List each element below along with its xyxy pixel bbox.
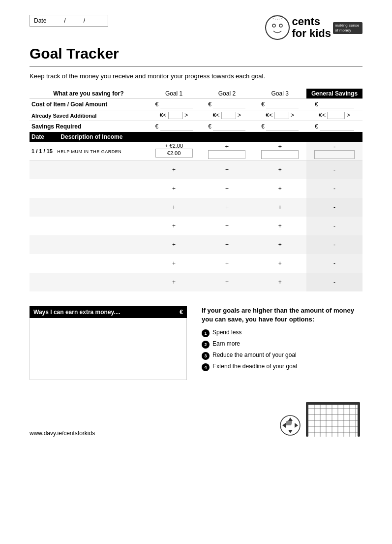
cost-row: Cost of Item / Goal Amount € € € € bbox=[30, 99, 362, 110]
intro-text: Keep track of the money you receive and … bbox=[30, 72, 362, 80]
entry-row-4: + + + - bbox=[30, 198, 362, 217]
option-1-text: Spend less bbox=[212, 329, 241, 336]
website-url: www.davy.ie/centsforkids bbox=[30, 430, 95, 437]
option-3-text: Reduce the amount of your goal bbox=[212, 352, 297, 358]
entry4-g3-plus: + bbox=[278, 204, 282, 211]
entry1-goal1-input[interactable] bbox=[155, 149, 193, 158]
earn-box-euro: € bbox=[180, 309, 183, 316]
entry1-goal1-amount: + €2.00 bbox=[150, 143, 199, 149]
already-saved-row: Already Saved Additional €< > €< > €< > … bbox=[30, 110, 362, 121]
entry1-goal2-input[interactable] bbox=[208, 150, 245, 159]
savings-gen-input[interactable] bbox=[320, 123, 354, 130]
option-3: 3 Reduce the amount of your goal bbox=[202, 352, 362, 360]
entry1-gen-input[interactable] bbox=[314, 150, 355, 159]
entry3-g1-plus: + bbox=[172, 185, 176, 192]
date-year-input[interactable] bbox=[88, 17, 103, 24]
entry5-date-desc[interactable] bbox=[30, 217, 148, 235]
entry5-g3-plus: + bbox=[278, 223, 282, 229]
entry7-g2-plus: + bbox=[225, 260, 229, 267]
date-field[interactable]: Date / / bbox=[30, 15, 108, 27]
entry-row-5: + + + - bbox=[30, 217, 362, 235]
cost-goal2-euro: € bbox=[208, 101, 211, 108]
entry6-g3-plus: + bbox=[278, 241, 282, 248]
savings-goal2-input[interactable] bbox=[213, 123, 245, 130]
already-goal1-input[interactable] bbox=[168, 112, 183, 119]
cost-goal3-euro: € bbox=[261, 101, 265, 108]
entry-row-1: 1 / 1 / 15 HELP MUM IN THE GARDEN + €2.0… bbox=[30, 142, 362, 160]
entry4-date-input[interactable] bbox=[31, 199, 146, 216]
goal2-header: Goal 2 bbox=[200, 89, 253, 99]
option-3-num: 3 bbox=[202, 352, 210, 360]
option-2-num: 2 bbox=[202, 341, 210, 349]
svg-point-1 bbox=[272, 24, 275, 27]
entry2-date-desc[interactable] bbox=[30, 160, 148, 180]
savings-goal1-input[interactable] bbox=[160, 123, 193, 130]
entry2-g1-plus: + bbox=[172, 166, 176, 173]
entry1-gen-minus: - bbox=[308, 143, 361, 150]
logo-face-icon bbox=[265, 15, 290, 40]
entry6-g2-plus: + bbox=[225, 241, 229, 248]
entry8-g1-plus: + bbox=[172, 279, 176, 286]
entry6-date-desc[interactable] bbox=[30, 235, 148, 254]
cost-gen-input[interactable] bbox=[320, 100, 354, 108]
goal1-header: Goal 1 bbox=[148, 89, 201, 99]
goal-net-icon bbox=[303, 400, 362, 437]
entry5-date-input[interactable] bbox=[31, 218, 146, 234]
entry6-date-input[interactable] bbox=[31, 236, 146, 253]
page-footer: www.davy.ie/centsforkids bbox=[30, 400, 362, 437]
cost-gen-euro: € bbox=[315, 101, 318, 108]
entry-row-3: + + + - bbox=[30, 179, 362, 198]
savings-required-row: Savings Required € € € € bbox=[30, 121, 362, 132]
entry4-gen-minus: - bbox=[333, 204, 335, 211]
already-goal2-input[interactable] bbox=[221, 112, 236, 119]
entry-row-2: + + + - bbox=[30, 160, 362, 180]
entry3-date-input[interactable] bbox=[31, 180, 146, 197]
entry8-date-input[interactable] bbox=[31, 274, 146, 290]
date-slash2: / bbox=[84, 17, 85, 24]
date-month-input[interactable] bbox=[69, 17, 81, 24]
earn-box-content[interactable] bbox=[30, 318, 187, 380]
goal3-header: Goal 3 bbox=[253, 89, 306, 99]
cost-goal2-input[interactable] bbox=[213, 100, 245, 108]
already-goal3-input[interactable] bbox=[274, 112, 289, 119]
entry8-g3-plus: + bbox=[278, 279, 282, 286]
savings-goal3-input[interactable] bbox=[266, 123, 299, 130]
entry4-g2-plus: + bbox=[225, 204, 229, 211]
date-day-input[interactable] bbox=[49, 17, 61, 24]
cost-goal1-input[interactable] bbox=[160, 100, 193, 108]
logo-cents: cents bbox=[292, 16, 331, 28]
general-savings-header: General Savings bbox=[306, 89, 362, 99]
entry8-date-desc[interactable] bbox=[30, 273, 148, 291]
already-gen-bracket-close: > bbox=[347, 112, 350, 119]
entry1-goal3-input[interactable] bbox=[261, 150, 299, 159]
option-4-num: 4 bbox=[202, 363, 210, 371]
earn-box-textarea[interactable] bbox=[33, 321, 183, 375]
entry3-date-desc[interactable] bbox=[30, 179, 148, 198]
earn-box-title: Ways I can earn extra money.... bbox=[33, 309, 121, 316]
entry7-date-input[interactable] bbox=[31, 255, 146, 272]
already-gen-input[interactable] bbox=[327, 112, 345, 119]
option-1: 1 Spend less bbox=[202, 329, 362, 337]
savings-goal2-euro: € bbox=[208, 123, 211, 130]
logo: cents for kids making sense of money bbox=[265, 15, 362, 40]
divider bbox=[30, 66, 362, 66]
entry1-date: 1 / 1 / 15 bbox=[31, 148, 53, 154]
entry4-date-desc[interactable] bbox=[30, 198, 148, 217]
already-goal1-bracket-open: €< bbox=[160, 112, 167, 119]
entry8-gen-minus: - bbox=[333, 279, 335, 286]
page-header: Date / / cents for kids making sense of … bbox=[30, 15, 362, 40]
entry1-date-desc: 1 / 1 / 15 HELP MUM IN THE GARDEN bbox=[30, 142, 148, 160]
entry2-date-input[interactable] bbox=[31, 161, 146, 178]
already-goal2-bracket-open: €< bbox=[213, 112, 220, 119]
entry7-date-desc[interactable] bbox=[30, 254, 148, 273]
entry-row-6: + + + - bbox=[30, 235, 362, 254]
soccer-ball-icon bbox=[279, 415, 302, 437]
cost-label: Cost of Item / Goal Amount bbox=[30, 99, 148, 110]
entry-row-8: + + + - bbox=[30, 273, 362, 291]
entry1-goal2-plus: + bbox=[202, 143, 251, 150]
entry7-g1-plus: + bbox=[172, 260, 176, 267]
cost-goal3-input[interactable] bbox=[266, 100, 299, 108]
already-gen-bracket-open: €< bbox=[319, 112, 326, 119]
option-1-num: 1 bbox=[202, 329, 210, 337]
entry1-goal3-plus: + bbox=[255, 143, 304, 150]
